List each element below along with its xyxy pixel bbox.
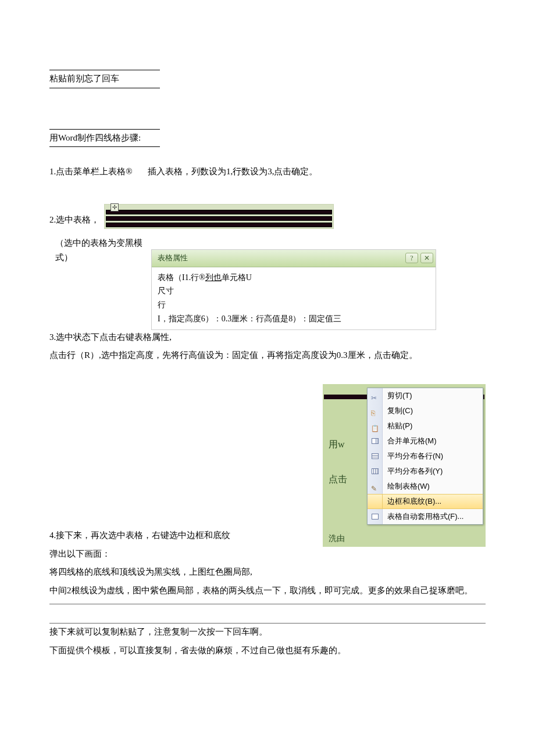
context-menu-item[interactable]: 剪切(T) [368, 388, 483, 403]
blank-icon [368, 495, 383, 508]
step-2: 2.选中表格， [49, 213, 99, 229]
table-properties-dialog: 表格属性 ? ✕ 表格（I1.行®列也单元格U 尺寸 行 I，指定高度6）：0.… [151, 249, 436, 330]
context-menu-item[interactable]: 表格自动套用格式(F)... [368, 509, 483, 524]
dialog-help-button[interactable]: ? [405, 253, 418, 263]
context-menu-item-label: 剪切(T) [383, 389, 483, 402]
footer-line-1: 接下来就可以复制粘贴了，注意复制一次按一下回车啊。 [49, 625, 486, 640]
dialog-tab-row: 表格（I1.行®列也单元格U [158, 271, 430, 285]
context-menu-item-label: 平均分布各列(Y) [383, 465, 483, 478]
bg-text: 洗由 [329, 532, 345, 546]
paste-icon [368, 418, 383, 433]
context-menu-item-label: 粘贴(P) [383, 420, 483, 432]
context-menu-item-label: 复制(C) [383, 404, 483, 417]
bg-text: 用w [329, 436, 345, 452]
distrow-icon [368, 449, 383, 464]
context-menu-item[interactable]: 平均分布各列(Y) [368, 464, 483, 479]
context-menu-image: 用w 点击 洗由 剪切(T)复制(C)粘贴(P)合并单元格(M)平均分布各行(N… [323, 384, 486, 547]
context-menu-item-label: 边框和底纹(B)... [383, 495, 483, 508]
dialog-size-label: 尺寸 [158, 284, 430, 298]
context-menu-item[interactable]: 平均分布各行(N) [368, 449, 483, 464]
divider [49, 623, 486, 624]
copy-icon [368, 403, 383, 418]
table-row [106, 223, 332, 227]
context-menu-item[interactable]: 粘贴(P) [368, 418, 483, 433]
autofmt-icon [368, 509, 383, 524]
step-4d: 中间2根线设为虚线，图中紫色圈局部，表格的两头线点一下，取消线，即可完成。更多的… [49, 583, 486, 599]
dialog-close-button[interactable]: ✕ [420, 253, 433, 263]
dialog-title: 表格属性 [158, 252, 188, 264]
bg-text: 点击 [329, 471, 347, 487]
divider [49, 604, 486, 604]
draw-icon [368, 479, 383, 494]
cut-icon [368, 388, 383, 403]
step-3b: 点击行（R）,选中指定高度，先将行高值设为：固定值，再将指定高度设为0.3厘米，… [49, 348, 486, 363]
context-menu-item-label: 表格自动套用格式(F)... [383, 510, 483, 523]
context-menu-item[interactable]: 边框和底纹(B)... [368, 494, 483, 509]
step-3a: 3.选中状态下点击右键表格属性, [49, 330, 486, 345]
step-4b: 弹出以下画面： [49, 547, 486, 562]
footer-line-2: 下面提供个模板，可以直接复制，省去做的麻烦，不过自己做也挺有乐趣的。 [49, 643, 486, 658]
table-row [106, 210, 332, 214]
table-move-handle-icon: ✢ [110, 203, 119, 212]
step-1: 1.点击菜单栏上表格® 插入表格，列数设为1,行数设为3,点击确定。 [49, 164, 486, 180]
step-4a: 4.接下来，再次选中表格，右键选中边框和底纹 [49, 528, 317, 543]
merge-icon [368, 433, 383, 449]
selected-table-image: ✢ [104, 204, 334, 229]
context-menu: 剪切(T)复制(C)粘贴(P)合并单元格(M)平均分布各行(N)平均分布各列(Y… [367, 388, 483, 525]
doc-title: 用Word制作四线格步骤: [49, 133, 141, 142]
context-menu-item[interactable]: 绘制表格(W) [368, 479, 483, 494]
context-menu-item-label: 平均分布各行(N) [383, 450, 483, 463]
context-menu-item[interactable]: 复制(C) [368, 403, 483, 418]
dialog-row-label: 行 [158, 298, 430, 312]
step-4c: 将四线格的底线和顶线设为黑实线，上图红色圈局部, [49, 565, 486, 580]
context-menu-item[interactable]: 合并单元格(M) [368, 433, 483, 449]
context-menu-item-label: 合并单元格(M) [383, 435, 483, 447]
top-note: 粘贴前别忘了回车 [49, 74, 119, 83]
dialog-height-line: I，指定高度6）：0.3厘米：行高值是8）：固定值三 [158, 312, 430, 326]
distcol-icon [368, 464, 383, 479]
context-menu-item-label: 绘制表格(W) [383, 480, 483, 493]
table-row [106, 216, 332, 221]
